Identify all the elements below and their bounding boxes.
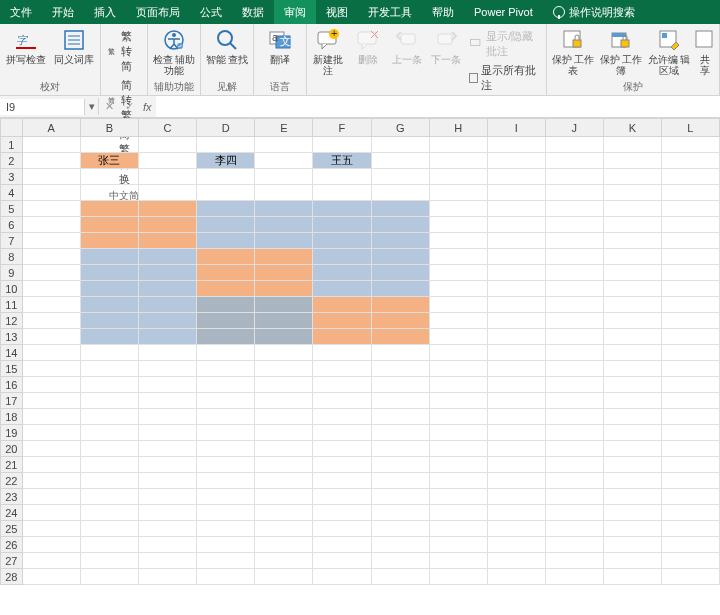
tab-layout[interactable]: 页面布局 — [126, 0, 190, 24]
cell-C8[interactable] — [138, 249, 196, 265]
cell-L13[interactable] — [661, 329, 719, 345]
cell-D5[interactable] — [197, 201, 255, 217]
cell-F2[interactable]: 王五 — [313, 153, 371, 169]
cell-L16[interactable] — [661, 377, 719, 393]
cell-I20[interactable] — [487, 441, 545, 457]
cell-H14[interactable] — [429, 345, 487, 361]
cell-I15[interactable] — [487, 361, 545, 377]
cell-I14[interactable] — [487, 345, 545, 361]
tab-dev[interactable]: 开发工具 — [358, 0, 422, 24]
cell-L9[interactable] — [661, 265, 719, 281]
cell-G17[interactable] — [371, 393, 429, 409]
cell-H25[interactable] — [429, 521, 487, 537]
cell-D19[interactable] — [197, 425, 255, 441]
cell-A23[interactable] — [22, 489, 80, 505]
cell-C12[interactable] — [138, 313, 196, 329]
cell-F17[interactable] — [313, 393, 371, 409]
cell-D24[interactable] — [197, 505, 255, 521]
row-header-23[interactable]: 23 — [1, 489, 23, 505]
row-header-21[interactable]: 21 — [1, 457, 23, 473]
cell-A2[interactable] — [22, 153, 80, 169]
cell-L18[interactable] — [661, 409, 719, 425]
spelling-button[interactable]: 字拼写检查 — [4, 26, 48, 65]
formula-input[interactable] — [156, 96, 720, 117]
cell-H2[interactable] — [429, 153, 487, 169]
cell-E2[interactable] — [255, 153, 313, 169]
cell-B3[interactable] — [80, 169, 138, 185]
cell-D17[interactable] — [197, 393, 255, 409]
smart-lookup-button[interactable]: 智能 查找 — [205, 26, 249, 65]
row-header-9[interactable]: 9 — [1, 265, 23, 281]
cell-G3[interactable] — [371, 169, 429, 185]
cell-F7[interactable] — [313, 233, 371, 249]
cell-L21[interactable] — [661, 457, 719, 473]
cell-I19[interactable] — [487, 425, 545, 441]
cell-I10[interactable] — [487, 281, 545, 297]
cell-C22[interactable] — [138, 473, 196, 489]
cell-L2[interactable] — [661, 153, 719, 169]
cell-D8[interactable] — [197, 249, 255, 265]
cell-G10[interactable] — [371, 281, 429, 297]
cell-K22[interactable] — [603, 473, 661, 489]
cell-I28[interactable] — [487, 569, 545, 585]
cell-C25[interactable] — [138, 521, 196, 537]
enter-formula-button[interactable]: ✓ — [119, 98, 139, 115]
cell-G19[interactable] — [371, 425, 429, 441]
name-box-dropdown[interactable]: ▾ — [85, 98, 99, 115]
cell-E20[interactable] — [255, 441, 313, 457]
cell-F28[interactable] — [313, 569, 371, 585]
cell-B12[interactable] — [80, 313, 138, 329]
cell-B25[interactable] — [80, 521, 138, 537]
cell-J26[interactable] — [545, 537, 603, 553]
cell-D10[interactable] — [197, 281, 255, 297]
cell-G16[interactable] — [371, 377, 429, 393]
cell-H17[interactable] — [429, 393, 487, 409]
cell-D15[interactable] — [197, 361, 255, 377]
cell-K24[interactable] — [603, 505, 661, 521]
cell-B14[interactable] — [80, 345, 138, 361]
row-header-19[interactable]: 19 — [1, 425, 23, 441]
next-comment-button[interactable]: 下一条 — [428, 26, 463, 65]
accessibility-check-button[interactable]: 检查 辅助功能 — [152, 26, 196, 76]
tab-view[interactable]: 视图 — [316, 0, 358, 24]
cell-C9[interactable] — [138, 265, 196, 281]
row-header-5[interactable]: 5 — [1, 201, 23, 217]
cell-L8[interactable] — [661, 249, 719, 265]
cell-A7[interactable] — [22, 233, 80, 249]
cell-H9[interactable] — [429, 265, 487, 281]
cell-G4[interactable] — [371, 185, 429, 201]
cell-I5[interactable] — [487, 201, 545, 217]
cell-J20[interactable] — [545, 441, 603, 457]
cell-J14[interactable] — [545, 345, 603, 361]
cell-K3[interactable] — [603, 169, 661, 185]
cell-H10[interactable] — [429, 281, 487, 297]
cell-G13[interactable] — [371, 329, 429, 345]
cell-B17[interactable] — [80, 393, 138, 409]
cell-G5[interactable] — [371, 201, 429, 217]
cell-F16[interactable] — [313, 377, 371, 393]
cell-D11[interactable] — [197, 297, 255, 313]
cell-I2[interactable] — [487, 153, 545, 169]
tab-home[interactable]: 开始 — [42, 0, 84, 24]
cell-G8[interactable] — [371, 249, 429, 265]
cell-I25[interactable] — [487, 521, 545, 537]
cell-C4[interactable] — [138, 185, 196, 201]
cell-C20[interactable] — [138, 441, 196, 457]
cell-G28[interactable] — [371, 569, 429, 585]
cell-C18[interactable] — [138, 409, 196, 425]
row-header-18[interactable]: 18 — [1, 409, 23, 425]
cell-E14[interactable] — [255, 345, 313, 361]
new-comment-button[interactable]: +新建批注 — [311, 26, 346, 76]
cell-I8[interactable] — [487, 249, 545, 265]
cell-H20[interactable] — [429, 441, 487, 457]
tab-pivot[interactable]: Power Pivot — [464, 0, 543, 24]
cell-G26[interactable] — [371, 537, 429, 553]
cell-C26[interactable] — [138, 537, 196, 553]
col-header-D[interactable]: D — [197, 119, 255, 137]
cell-D7[interactable] — [197, 233, 255, 249]
cell-K10[interactable] — [603, 281, 661, 297]
cell-E25[interactable] — [255, 521, 313, 537]
prev-comment-button[interactable]: 上一条 — [389, 26, 424, 65]
cell-L3[interactable] — [661, 169, 719, 185]
cell-A25[interactable] — [22, 521, 80, 537]
